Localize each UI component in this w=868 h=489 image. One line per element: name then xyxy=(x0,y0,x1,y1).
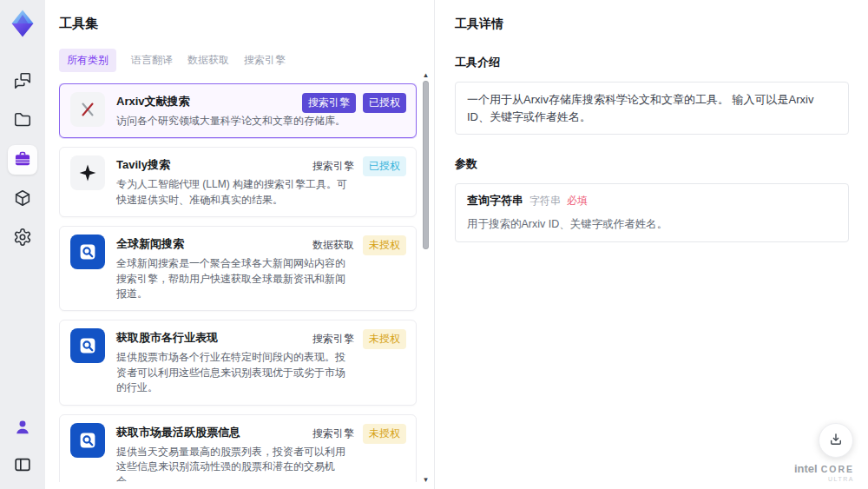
param-description: 用于搜索的Arxiv ID、关键字或作者姓名。 xyxy=(467,216,837,233)
scroll-up-arrow[interactable]: ▴ xyxy=(424,71,428,79)
sidebar-item-chat[interactable] xyxy=(8,67,37,96)
briefcase-icon xyxy=(13,149,32,171)
detail-panel-title: 工具详情 xyxy=(455,17,849,32)
tool-category-badge: 搜索引擎 xyxy=(311,424,356,444)
tool-detail-panel: 工具详情 工具介绍 一个用于从Arxiv存储库搜索科学论文和文章的工具。 输入可… xyxy=(436,0,868,489)
tool-badges: 数据获取 未授权 xyxy=(311,235,406,255)
params-heading: 参数 xyxy=(455,156,849,172)
param-header: 查询字符串 字符串 必填 xyxy=(467,193,837,208)
tool-description: 提供当天交易量最高的股票列表，投资者可以利用这些信息来识别流动性强的股票和潜在的… xyxy=(116,445,352,482)
tool-status-badge: 已授权 xyxy=(363,156,406,176)
scrollbar[interactable]: ▴ ▾ xyxy=(421,71,431,484)
tool-list: Arxiv文献搜索 访问各个研究领域大量科学论文和文章的存储库。 搜索引擎 已授… xyxy=(59,83,417,482)
param-name: 查询字符串 xyxy=(467,193,523,208)
tool-status-badge: 未授权 xyxy=(363,235,406,255)
sidebar-item-files[interactable] xyxy=(8,106,37,135)
tool-card[interactable]: 获取股市各行业表现 提供股票市场各个行业在特定时间段内的表现。投资者可以利用这些… xyxy=(59,320,417,405)
tools-panel-title: 工具集 xyxy=(59,16,434,32)
tool-status-badge: 已授权 xyxy=(363,93,406,113)
tool-status-badge: 未授权 xyxy=(363,329,406,349)
app-window: 工具集 所有类别语言翻译数据获取搜索引擎 Arxiv文献搜索 访问各个研究领域大… xyxy=(0,0,868,489)
sidebar-nav xyxy=(8,67,37,253)
tool-category-badge: 搜索引擎 xyxy=(311,329,356,349)
intel-core-logo: intelCORE ULTRA xyxy=(794,460,854,483)
search-icon xyxy=(70,235,105,269)
gem-logo-icon xyxy=(7,8,38,39)
tool-card[interactable]: 获取市场最活跃股票信息 提供当天交易量最高的股票列表，投资者可以利用这些信息来识… xyxy=(59,414,417,482)
tab-data-fetch[interactable]: 数据获取 xyxy=(187,49,229,72)
tool-status-badge: 未授权 xyxy=(363,424,406,444)
intro-box: 一个用于从Arxiv存储库搜索科学论文和文章的工具。 输入可以是Arxiv ID… xyxy=(455,82,849,135)
download-button[interactable] xyxy=(819,423,853,458)
tool-category-badge: 搜索引擎 xyxy=(302,93,356,113)
search-icon xyxy=(70,423,105,458)
sidebar-item-settings[interactable] xyxy=(8,223,37,253)
sidebar-item-collapse[interactable] xyxy=(8,451,37,480)
tool-description: 全球新闻搜索是一个聚合全球各大新闻网站内容的搜索引擎，帮助用户快速获取全球最新资… xyxy=(116,256,352,301)
param-type: 字符串 xyxy=(529,194,561,208)
sidebar-item-tools[interactable] xyxy=(8,145,37,175)
sidebar-item-profile[interactable] xyxy=(8,413,37,443)
sidebar-item-models[interactable] xyxy=(8,184,37,214)
tool-badges: 搜索引擎 未授权 xyxy=(311,424,406,444)
tool-category-badge: 搜索引擎 xyxy=(311,156,356,176)
category-tabs: 所有类别语言翻译数据获取搜索引擎 xyxy=(59,49,434,72)
chat-icon xyxy=(13,71,32,93)
tool-card[interactable]: Tavily搜索 专为人工智能代理 (LLM) 构建的搜索引擎工具。可快速提供实… xyxy=(59,147,417,217)
tool-description: 提供股票市场各个行业在特定时间段内的表现。投资者可以利用这些信息来识别表现优于或… xyxy=(116,350,352,395)
scroll-down-arrow[interactable]: ▾ xyxy=(424,476,428,484)
tool-badges: 搜索引擎 已授权 xyxy=(302,93,406,113)
param-required-badge: 必填 xyxy=(567,194,588,208)
gear-icon xyxy=(13,228,32,249)
arxiv-icon xyxy=(70,92,105,127)
param-box: 查询字符串 字符串 必填 用于搜索的Arxiv ID、关键字或作者姓名。 xyxy=(455,183,849,242)
ultra-wordmark: ULTRA xyxy=(794,476,854,483)
tool-description: 专为人工智能代理 (LLM) 构建的搜索引擎工具。可快速提供实时、准确和真实的结… xyxy=(116,177,352,208)
tool-category-badge: 数据获取 xyxy=(311,235,356,255)
core-wordmark: CORE xyxy=(821,464,854,474)
search-icon xyxy=(70,328,105,363)
sidebar xyxy=(0,0,45,489)
tab-language-translation[interactable]: 语言翻译 xyxy=(131,49,173,72)
user-icon xyxy=(13,418,32,439)
tool-card[interactable]: 全球新闻搜索 全球新闻搜索是一个聚合全球各大新闻网站内容的搜索引擎，帮助用户快速… xyxy=(59,226,417,311)
panel-icon xyxy=(13,455,32,477)
tools-panel: 工具集 所有类别语言翻译数据获取搜索引擎 Arxiv文献搜索 访问各个研究领域大… xyxy=(45,0,435,489)
app-logo xyxy=(7,8,38,39)
scrollbar-thumb[interactable] xyxy=(423,81,429,249)
tab-search-engine[interactable]: 搜索引擎 xyxy=(244,49,286,72)
tool-description: 访问各个研究领域大量科学论文和文章的存储库。 xyxy=(116,114,345,129)
tool-badges: 搜索引擎 未授权 xyxy=(311,329,406,349)
intel-wordmark: intel xyxy=(794,462,818,475)
cube-icon xyxy=(13,188,32,210)
download-icon xyxy=(828,432,844,450)
sidebar-bottom xyxy=(8,413,37,480)
intro-text: 一个用于从Arxiv存储库搜索科学论文和文章的工具。 输入可以是Arxiv ID… xyxy=(467,91,837,125)
folder-icon xyxy=(13,110,32,132)
tool-badges: 搜索引擎 已授权 xyxy=(311,156,406,176)
intro-heading: 工具介绍 xyxy=(455,55,849,70)
tavily-icon xyxy=(70,155,105,190)
tab-all-categories[interactable]: 所有类别 xyxy=(59,49,116,72)
tool-card[interactable]: Arxiv文献搜索 访问各个研究领域大量科学论文和文章的存储库。 搜索引擎 已授… xyxy=(59,83,417,138)
